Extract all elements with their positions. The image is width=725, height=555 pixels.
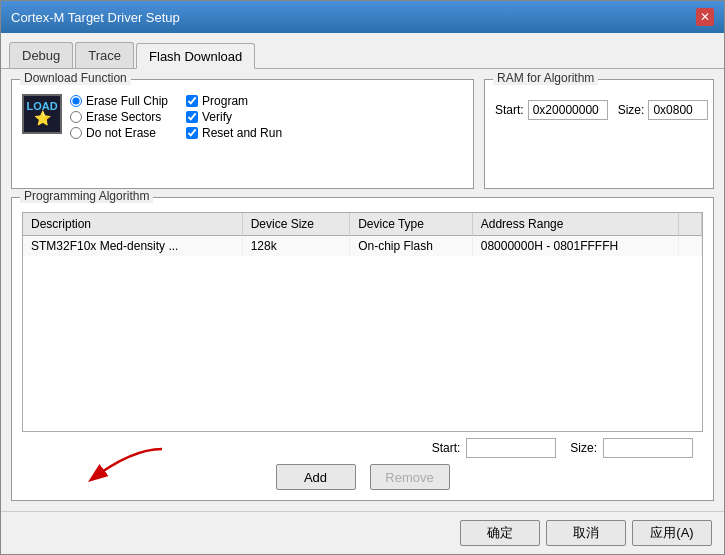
tab-trace[interactable]: Trace: [75, 42, 134, 68]
programming-algorithm-label: Programming Algorithm: [20, 189, 153, 203]
ram-start-label: Start:: [495, 103, 524, 117]
table-row[interactable]: STM32F10x Med-density ... 128k On-chip F…: [23, 236, 702, 257]
window-title: Cortex-M Target Driver Setup: [11, 10, 180, 25]
checkbox-program[interactable]: Program: [186, 94, 282, 108]
programming-algorithm-group: Programming Algorithm Description Device…: [11, 197, 714, 501]
main-content: Download Function LOAD ⭐ Erase Full Chip: [1, 69, 724, 511]
algorithm-table: Description Device Size Device Type Addr…: [23, 213, 702, 256]
ram-size-label: Size:: [618, 103, 645, 117]
add-button[interactable]: Add: [276, 464, 356, 490]
col-description: Description: [23, 213, 242, 236]
cell-description: STM32F10x Med-density ...: [23, 236, 242, 257]
cell-device-size: 128k: [242, 236, 349, 257]
download-function-label: Download Function: [20, 71, 131, 85]
checkbox-reset-run[interactable]: Reset and Run: [186, 126, 282, 140]
cell-address-range: 08000000H - 0801FFFFH: [472, 236, 678, 257]
main-window: Cortex-M Target Driver Setup ✕ Debug Tra…: [0, 0, 725, 555]
col-device-size: Device Size: [242, 213, 349, 236]
cell-device-type: On-chip Flash: [350, 236, 473, 257]
col-address-range: Address Range: [472, 213, 678, 236]
ok-button[interactable]: 确定: [460, 520, 540, 546]
prog-algo-inner: Description Device Size Device Type Addr…: [22, 212, 703, 490]
table-header-row: Description Device Size Device Type Addr…: [23, 213, 702, 236]
col-device-type: Device Type: [350, 213, 473, 236]
close-button[interactable]: ✕: [696, 8, 714, 26]
download-function-group: Download Function LOAD ⭐ Erase Full Chip: [11, 79, 474, 189]
ram-algorithm-group: RAM for Algorithm Start: Size:: [484, 79, 714, 189]
cancel-button[interactable]: 取消: [546, 520, 626, 546]
apply-button[interactable]: 应用(A): [632, 520, 712, 546]
radio-erase-full[interactable]: Erase Full Chip: [70, 94, 168, 108]
radio-do-not-erase[interactable]: Do not Erase: [70, 126, 168, 140]
ram-algorithm-label: RAM for Algorithm: [493, 71, 598, 85]
checkbox-options: Program Verify Reset and Run: [186, 94, 282, 140]
top-row: Download Function LOAD ⭐ Erase Full Chip: [11, 79, 714, 189]
tabs-bar: Debug Trace Flash Download: [1, 33, 724, 69]
radio-options: Erase Full Chip Erase Sectors Do not Era…: [70, 94, 168, 140]
footer-bar: 确定 取消 应用(A): [1, 511, 724, 554]
algorithm-table-container: Description Device Size Device Type Addr…: [22, 212, 703, 432]
algo-size-label: Size:: [570, 441, 597, 455]
tab-debug[interactable]: Debug: [9, 42, 73, 68]
title-bar: Cortex-M Target Driver Setup ✕: [1, 1, 724, 33]
checkbox-verify[interactable]: Verify: [186, 110, 282, 124]
remove-button[interactable]: Remove: [370, 464, 450, 490]
ram-grid: Start: Size:: [495, 100, 703, 120]
cell-extra: [679, 236, 702, 257]
load-icon: LOAD ⭐: [22, 94, 62, 134]
col-extra: [679, 213, 702, 236]
df-inner: LOAD ⭐ Erase Full Chip Erase Sectors: [22, 94, 463, 140]
prog-footer: Start: Size:: [22, 432, 703, 490]
ram-start-input[interactable]: [528, 100, 608, 120]
radio-erase-sectors[interactable]: Erase Sectors: [70, 110, 168, 124]
algo-start-label: Start:: [432, 441, 461, 455]
algo-start-input[interactable]: [466, 438, 556, 458]
start-size-row: Start: Size:: [22, 438, 703, 458]
tab-flash-download[interactable]: Flash Download: [136, 43, 255, 69]
ram-size-input[interactable]: [648, 100, 708, 120]
algo-size-input[interactable]: [603, 438, 693, 458]
